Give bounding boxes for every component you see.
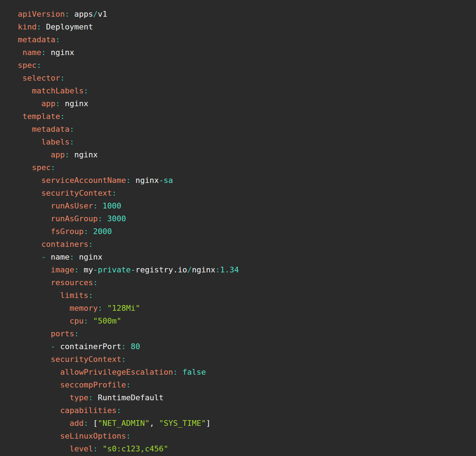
code-token: - <box>41 253 46 261</box>
code-line[interactable]: type: RuntimeDefault <box>18 391 469 404</box>
code-token: registry.io <box>135 265 187 274</box>
code-token: : <box>74 265 79 274</box>
code-line[interactable]: template: <box>18 110 469 123</box>
code-token: 3000 <box>107 214 126 223</box>
code-token: : <box>83 419 88 428</box>
code-line[interactable]: capabilities: <box>18 404 469 417</box>
code-line[interactable]: serviceAccountName: nginx-sa <box>18 174 469 187</box>
code-line[interactable]: metadata: <box>18 33 469 46</box>
code-token: : <box>41 48 46 57</box>
code-token: nginx <box>74 253 102 261</box>
code-token: : <box>65 150 69 159</box>
code-token: nginx <box>46 48 74 57</box>
code-token <box>102 304 107 313</box>
code-token <box>178 368 182 376</box>
code-token: "s0:c123,c456" <box>102 444 168 453</box>
code-line[interactable]: fsGroup: 2000 <box>18 225 469 238</box>
code-token: limits <box>18 291 88 300</box>
code-token: : <box>83 316 88 325</box>
code-token: / <box>187 265 192 274</box>
code-token: : <box>70 253 74 261</box>
code-token: type <box>18 393 88 402</box>
code-line[interactable]: - name: nginx <box>18 251 469 264</box>
code-token: selector <box>18 74 60 82</box>
code-token: : <box>55 35 60 44</box>
code-token <box>18 253 41 261</box>
code-line[interactable]: spec: <box>18 59 469 72</box>
code-line[interactable]: containers: <box>18 238 469 251</box>
code-line[interactable]: kind: Deployment <box>18 21 469 33</box>
code-token: 1.34 <box>220 265 239 274</box>
code-token: ] <box>206 419 211 428</box>
code-token <box>98 444 102 453</box>
code-token: containers <box>18 240 88 249</box>
code-token: "SYS_TIME" <box>159 419 206 428</box>
code-token: nginx <box>60 99 88 108</box>
code-token: matchLabels <box>18 86 83 95</box>
code-token: : <box>126 380 131 389</box>
code-token: apiVersion <box>18 10 65 18</box>
code-line[interactable]: - containerPort: 80 <box>18 340 469 353</box>
code-line[interactable]: allowPrivilegeEscalation: false <box>18 366 469 379</box>
code-token: : <box>74 329 79 338</box>
code-token: cpu <box>18 316 83 325</box>
code-token: nginx <box>192 265 215 274</box>
code-line[interactable]: securityContext: <box>18 187 469 200</box>
code-line[interactable]: cpu: "500m" <box>18 315 469 327</box>
code-token: runAsGroup <box>18 214 98 223</box>
code-token: allowPrivilegeEscalation <box>18 368 173 376</box>
code-line[interactable]: resources: <box>18 276 469 289</box>
code-line[interactable]: securityContext: <box>18 353 469 366</box>
code-token: : <box>126 431 131 440</box>
code-token: : <box>93 201 98 210</box>
code-line[interactable]: labels: <box>18 136 469 148</box>
code-line[interactable]: seccompProfile: <box>18 379 469 391</box>
code-line[interactable]: matchLabels: <box>18 85 469 97</box>
code-line[interactable]: runAsGroup: 3000 <box>18 212 469 225</box>
code-line[interactable]: name: nginx <box>18 46 469 59</box>
code-token: metadata <box>18 35 55 44</box>
code-token: capabilities <box>18 406 117 415</box>
code-token: kind <box>18 22 37 31</box>
code-token: : <box>51 163 55 172</box>
yaml-code-viewer[interactable]: apiVersion: apps/v1kind: Deploymentmetad… <box>0 0 476 456</box>
code-line[interactable]: app: nginx <box>18 97 469 110</box>
code-token: : <box>88 240 93 249</box>
code-line[interactable]: ports: <box>18 327 469 340</box>
code-token: : <box>70 125 74 134</box>
code-token: : <box>37 61 41 70</box>
code-token: app <box>18 99 55 108</box>
code-token <box>126 342 131 351</box>
code-line[interactable]: seLinuxOptions: <box>18 430 469 443</box>
code-token: false <box>183 368 206 376</box>
code-token: : <box>121 355 126 364</box>
code-token <box>88 316 93 325</box>
code-token: : <box>37 22 41 31</box>
code-token: securityContext <box>18 189 112 197</box>
code-token: runAsUser <box>18 201 93 210</box>
code-line[interactable]: selector: <box>18 72 469 85</box>
code-line[interactable]: limits: <box>18 289 469 302</box>
code-line[interactable]: metadata: <box>18 123 469 136</box>
code-token: 80 <box>131 342 140 351</box>
code-token: spec <box>18 163 51 172</box>
code-token: containerPort <box>55 342 121 351</box>
code-token: : <box>70 137 74 146</box>
code-line[interactable]: runAsUser: 1000 <box>18 200 469 212</box>
code-token: : <box>98 214 102 223</box>
code-line[interactable]: memory: "128Mi" <box>18 302 469 315</box>
code-token: 2000 <box>93 227 112 236</box>
code-line[interactable]: image: my-private-registry.io/nginx:1.34 <box>18 264 469 276</box>
code-line[interactable]: add: ["NET_ADMIN", "SYS_TIME"] <box>18 417 469 430</box>
code-line[interactable]: level: "s0:c123,c456" <box>18 443 469 455</box>
code-token: Deployment <box>41 22 93 31</box>
code-token <box>88 227 93 236</box>
code-token: name <box>46 253 69 261</box>
code-line[interactable]: app: nginx <box>18 148 469 161</box>
code-token: metadata <box>18 125 70 134</box>
code-token: memory <box>18 304 98 313</box>
code-line[interactable]: spec: <box>18 161 469 174</box>
code-token: ports <box>18 329 74 338</box>
code-line[interactable]: apiVersion: apps/v1 <box>18 8 469 21</box>
code-token: : <box>93 444 98 453</box>
